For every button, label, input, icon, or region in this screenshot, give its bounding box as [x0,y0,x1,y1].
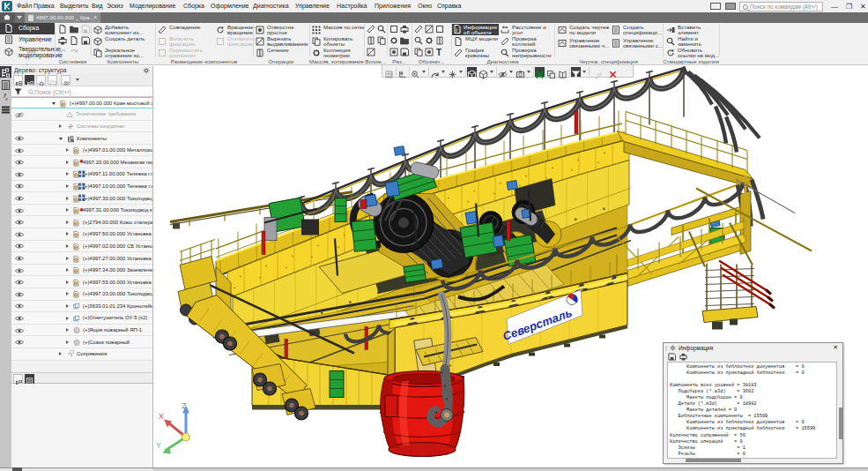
svg-text:Y: Y [156,440,161,449]
svg-text:X: X [159,411,164,420]
svg-text:Z: Z [182,400,187,409]
svg-text:i: i [456,26,457,34]
